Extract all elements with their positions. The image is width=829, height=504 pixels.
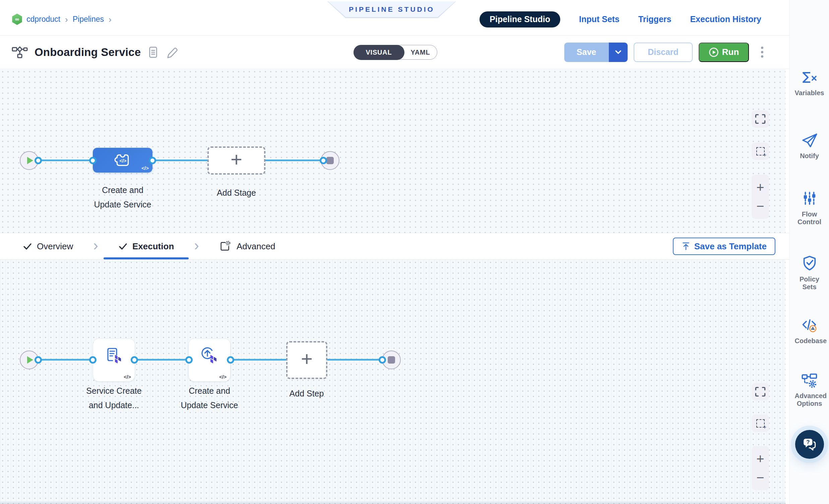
svg-text:?: ? bbox=[806, 439, 809, 445]
svg-text:</>: </> bbox=[120, 158, 127, 164]
step1-label: Service Create and Update... bbox=[80, 384, 148, 412]
chevron-right-icon: › bbox=[93, 237, 98, 254]
step-code-badge[interactable]: </> bbox=[219, 374, 226, 380]
connector-port bbox=[185, 356, 193, 364]
title-group: Onboarding Service bbox=[12, 46, 178, 59]
fullscreen-button[interactable] bbox=[752, 110, 769, 128]
toggle-visual[interactable]: VISUAL bbox=[354, 45, 404, 60]
upload-icon bbox=[682, 242, 690, 251]
sidebar-item-codebase[interactable]: Codebase bbox=[790, 318, 829, 345]
more-options-kebab-icon[interactable] bbox=[760, 45, 765, 59]
breadcrumb-separator-icon: › bbox=[108, 15, 112, 24]
fullscreen-button[interactable] bbox=[752, 383, 769, 400]
add-stage-button[interactable]: + bbox=[207, 146, 265, 175]
breadcrumb: ∞ cdproduct › Pipelines › bbox=[12, 14, 112, 25]
help-chat-button[interactable]: ? bbox=[795, 430, 824, 459]
add-step-label: Add Step bbox=[273, 386, 341, 401]
connector-port bbox=[149, 157, 156, 164]
sidebar-item-notify[interactable]: Notify bbox=[790, 133, 829, 160]
paper-plane-icon bbox=[801, 133, 818, 148]
step2-label: Create and Update Service bbox=[175, 384, 244, 412]
stage-node-create-update-service[interactable]: </> </> bbox=[93, 148, 152, 173]
zoom-in-button[interactable]: + bbox=[756, 181, 764, 194]
pipeline-studio-banner-label: PIPELINE STUDIO bbox=[328, 1, 456, 17]
execution-step-canvas[interactable]: </> </> + bbox=[0, 260, 786, 504]
chevron-right-icon: › bbox=[194, 237, 199, 254]
check-icon bbox=[118, 242, 128, 250]
top-bar: ∞ cdproduct › Pipelines › PIPELINE STUDI… bbox=[0, 0, 789, 36]
connector-port bbox=[35, 157, 42, 164]
custom-stage-icon: </> bbox=[113, 152, 132, 168]
save-split-button: Save bbox=[564, 42, 627, 62]
tab-execution-history[interactable]: Execution History bbox=[690, 14, 761, 24]
breadcrumb-project[interactable]: cdproduct bbox=[27, 15, 60, 24]
multi-select-button[interactable] bbox=[752, 142, 769, 160]
pipeline-gear-icon bbox=[801, 373, 818, 388]
zoom-out-button[interactable]: − bbox=[756, 471, 764, 484]
connector-port bbox=[89, 356, 97, 364]
sidebar-item-flow-control[interactable]: Flow Control bbox=[790, 191, 829, 226]
save-button[interactable]: Save bbox=[564, 42, 609, 62]
connector-port bbox=[35, 356, 42, 364]
save-dropdown-button[interactable] bbox=[609, 42, 627, 62]
zoom-controls: + − bbox=[752, 175, 769, 219]
pipeline-studio-app: ∞ cdproduct › Pipelines › PIPELINE STUDI… bbox=[0, 0, 829, 504]
zoom-in-button[interactable]: + bbox=[756, 452, 764, 465]
stage-canvas-controls: + − bbox=[752, 110, 769, 219]
right-toolbar: Variables Notify Flow Control bbox=[789, 0, 829, 504]
sliders-icon bbox=[802, 191, 817, 207]
connector-port bbox=[227, 356, 234, 364]
toolbar-actions: Save Discard Run bbox=[564, 42, 765, 62]
sigma-x-icon bbox=[801, 71, 818, 85]
description-doc-icon[interactable] bbox=[147, 46, 159, 59]
tab-triggers[interactable]: Triggers bbox=[638, 14, 672, 24]
connector-port bbox=[89, 157, 97, 164]
shield-check-icon bbox=[802, 255, 817, 272]
sidebar-item-variables[interactable]: Variables bbox=[790, 71, 829, 97]
title-bar: Onboarding Service VISUAL YAML bbox=[0, 36, 789, 69]
service-manifest-icon bbox=[104, 346, 124, 365]
step-node-create-update-service[interactable]: </> bbox=[189, 339, 230, 381]
chevron-down-icon bbox=[614, 48, 622, 56]
run-button[interactable]: Run bbox=[699, 42, 749, 62]
run-label: Run bbox=[722, 47, 739, 57]
connector-port bbox=[379, 356, 386, 364]
pipeline-studio-banner: PIPELINE STUDIO bbox=[327, 1, 456, 18]
multi-select-button[interactable] bbox=[752, 415, 769, 432]
edit-pencil-icon[interactable] bbox=[166, 46, 178, 59]
start-play-icon bbox=[27, 157, 33, 164]
tab-overview[interactable]: Overview bbox=[22, 233, 74, 259]
add-step-button[interactable]: + bbox=[286, 341, 327, 379]
sidebar-item-advanced-options[interactable]: Advanced Options bbox=[790, 373, 829, 407]
discard-button[interactable]: Discard bbox=[634, 42, 693, 62]
stage-canvas[interactable]: </> </> + Create and Update Service Add … bbox=[0, 69, 786, 233]
breadcrumb-pipelines[interactable]: Pipelines bbox=[73, 15, 104, 24]
toggle-yaml[interactable]: YAML bbox=[404, 45, 437, 59]
pipeline-graph-icon bbox=[12, 46, 28, 59]
zoom-out-button[interactable]: − bbox=[756, 200, 764, 213]
connector-port bbox=[320, 157, 327, 164]
tab-pipeline-studio[interactable]: Pipeline Studio bbox=[479, 11, 560, 28]
play-circle-icon bbox=[709, 47, 719, 57]
step-code-badge[interactable]: </> bbox=[124, 374, 131, 380]
connector-port bbox=[131, 356, 138, 364]
check-icon bbox=[23, 242, 32, 250]
page-title: Onboarding Service bbox=[35, 46, 141, 59]
stage-code-badge[interactable]: </> bbox=[141, 165, 149, 171]
save-as-template-button[interactable]: Save as Template bbox=[673, 238, 776, 255]
step-node-service-create-update[interactable]: </> bbox=[93, 339, 135, 381]
apply-rollout-icon bbox=[200, 346, 219, 365]
tab-execution[interactable]: Execution bbox=[117, 233, 175, 259]
step-canvas-controls: + − bbox=[752, 383, 769, 490]
doc-gear-icon bbox=[219, 240, 232, 253]
tab-advanced[interactable]: Advanced bbox=[218, 233, 277, 259]
chat-question-icon: ? bbox=[802, 437, 817, 452]
breadcrumb-separator-icon: › bbox=[64, 15, 69, 24]
sidebar-item-policy-sets[interactable]: Policy Sets bbox=[790, 255, 829, 291]
marquee-icon bbox=[756, 419, 765, 428]
plus-icon: + bbox=[230, 148, 242, 171]
stage-label: Create and Update Service bbox=[86, 183, 159, 212]
start-play-icon bbox=[27, 356, 33, 364]
tab-input-sets[interactable]: Input Sets bbox=[579, 14, 620, 24]
marquee-icon bbox=[756, 147, 765, 155]
